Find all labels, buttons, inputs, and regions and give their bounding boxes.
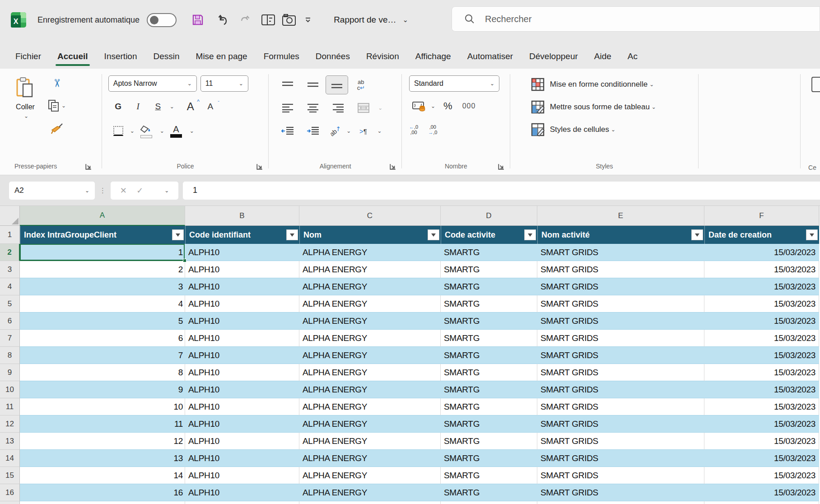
cell[interactable]: ALPH10 xyxy=(185,484,299,501)
excel-logo-icon[interactable]: X xyxy=(11,12,26,28)
cell[interactable]: ALPH10 xyxy=(185,398,299,415)
column-header-A[interactable]: A xyxy=(20,206,185,226)
cell[interactable]: ALPHA ENERGY xyxy=(299,295,441,313)
cell[interactable]: SMART GRIDS xyxy=(537,347,704,364)
autosave-toggle[interactable] xyxy=(147,13,177,27)
row-header-partial[interactable] xyxy=(0,501,20,504)
formula-input[interactable]: 1 xyxy=(183,182,820,200)
cell[interactable]: SMARTG xyxy=(441,295,537,313)
paste-button[interactable]: Coller ⌄ xyxy=(11,77,40,175)
cell[interactable]: SMARTG xyxy=(441,381,537,398)
fill-color-chevron-icon[interactable]: ⌄ xyxy=(160,128,164,134)
cell[interactable]: ALPHA ENERGY xyxy=(299,364,441,381)
name-box-chevron-icon[interactable]: ⌄ xyxy=(85,187,89,194)
comma-style-button[interactable]: 000 xyxy=(462,102,476,110)
cell[interactable]: 7 xyxy=(20,347,185,364)
cell[interactable]: SMART GRIDS xyxy=(537,244,704,261)
tab-formules[interactable]: Formules xyxy=(257,51,306,69)
document-title-chevron-icon[interactable]: ⌄ xyxy=(402,16,408,24)
cell[interactable]: 2 xyxy=(20,261,185,278)
percent-style-button[interactable]: % xyxy=(443,100,452,112)
cell[interactable]: 9 xyxy=(20,381,185,398)
column-header-B[interactable]: B xyxy=(185,206,299,226)
filter-dropdown-icon[interactable] xyxy=(287,230,298,240)
row-header-2[interactable]: 2 xyxy=(0,244,20,261)
cell[interactable]: SMART GRIDS xyxy=(537,278,704,295)
row-header-3[interactable]: 3 xyxy=(0,261,20,278)
tab-accueil[interactable]: Accueil xyxy=(51,51,94,69)
cell[interactable]: SMART GRIDS xyxy=(537,433,704,450)
column-header-E[interactable]: E xyxy=(537,206,704,226)
tab-affichage[interactable]: Affichage xyxy=(409,51,457,69)
cell[interactable]: SMARTG xyxy=(441,347,537,364)
cell[interactable] xyxy=(20,501,185,504)
cell[interactable]: ALPH10 xyxy=(185,450,299,467)
cell[interactable]: SMART GRIDS xyxy=(537,415,704,433)
table-header-cell[interactable]: Nom activité xyxy=(537,226,704,244)
cell[interactable]: 15/03/2023 xyxy=(704,433,819,450)
row-header-8[interactable]: 8 xyxy=(0,347,20,364)
cell[interactable]: ALPH10 xyxy=(185,330,299,347)
name-box[interactable]: A2 ⌄ xyxy=(9,182,95,200)
filter-dropdown-icon[interactable] xyxy=(525,230,536,240)
ribbon-display-icon[interactable] xyxy=(261,12,276,28)
table-header-cell[interactable]: Nom xyxy=(299,226,441,244)
cell[interactable]: 8 xyxy=(20,364,185,381)
cell[interactable]: 6 xyxy=(20,330,185,347)
cell[interactable]: SMARTG xyxy=(441,467,537,484)
cell[interactable]: SMARTG xyxy=(441,398,537,415)
cell[interactable]: ALPHA ENERGY xyxy=(299,450,441,467)
cell[interactable]: SMARTG xyxy=(441,450,537,467)
cell[interactable]: 11 xyxy=(20,415,185,433)
cell[interactable]: 3 xyxy=(20,278,185,295)
cell[interactable]: SMARTG xyxy=(441,330,537,347)
cell[interactable]: 15/03/2023 xyxy=(704,467,819,484)
insert-cells-icon[interactable] xyxy=(811,77,820,92)
cell[interactable]: 10 xyxy=(20,398,185,415)
row-header-5[interactable]: 5 xyxy=(0,295,20,313)
tab-fichier[interactable]: Fichier xyxy=(9,51,47,69)
text-direction-button[interactable]: >¶ xyxy=(351,127,375,135)
document-title[interactable]: Rapport de ve… xyxy=(334,15,396,25)
column-header-C[interactable]: C xyxy=(299,206,441,226)
save-icon[interactable] xyxy=(190,12,205,28)
borders-chevron-icon[interactable]: ⌄ xyxy=(130,128,135,134)
row-header-7[interactable]: 7 xyxy=(0,330,20,347)
cell[interactable]: ALPHA ENERGY xyxy=(299,398,441,415)
cell[interactable]: 15/03/2023 xyxy=(704,398,819,415)
cell[interactable]: SMARTG xyxy=(441,278,537,295)
paste-chevron-icon[interactable]: ⌄ xyxy=(24,113,28,119)
cell[interactable]: ALPH10 xyxy=(185,415,299,433)
cell[interactable] xyxy=(537,501,704,504)
cell[interactable]: SMARTG xyxy=(441,261,537,278)
cell[interactable]: 5 xyxy=(20,313,185,330)
font-color-button[interactable]: A xyxy=(164,125,188,138)
wrap-text-button[interactable]: abc↵ xyxy=(348,79,373,91)
tab-développeur[interactable]: Développeur xyxy=(523,51,584,69)
cell[interactable]: ALPH10 xyxy=(185,313,299,330)
copy-chevron-icon[interactable]: ⌄ xyxy=(61,103,66,109)
bold-button[interactable]: G xyxy=(108,102,128,112)
tab-révision[interactable]: Révision xyxy=(360,51,405,69)
align-center-button[interactable] xyxy=(300,103,326,112)
cell[interactable]: SMARTG xyxy=(441,415,537,433)
cell[interactable]: 15/03/2023 xyxy=(704,450,819,467)
select-all-button[interactable] xyxy=(0,206,20,226)
orientation-chevron-icon[interactable]: ⌄ xyxy=(346,128,351,134)
tab-dessin[interactable]: Dessin xyxy=(147,51,186,69)
orientation-button[interactable]: ab↗ xyxy=(326,127,345,135)
conditional-formatting-button[interactable]: Mise en forme conditionnelle ⌄ xyxy=(531,73,699,96)
borders-button[interactable] xyxy=(108,126,128,136)
filter-dropdown-icon[interactable] xyxy=(428,230,439,240)
font-dialog-launcher-icon[interactable] xyxy=(256,163,263,170)
tab-aide[interactable]: Aide xyxy=(588,51,618,69)
cell[interactable]: ALPHA ENERGY xyxy=(299,347,441,364)
row-header-12[interactable]: 12 xyxy=(0,415,20,433)
fx-chevron-icon[interactable]: ⌄ xyxy=(164,187,169,194)
cell[interactable]: SMART GRIDS xyxy=(537,450,704,467)
format-painter-button[interactable] xyxy=(48,119,66,137)
row-header-4[interactable]: 4 xyxy=(0,278,20,295)
cell[interactable]: ALPHA ENERGY xyxy=(299,261,441,278)
align-top-button[interactable] xyxy=(275,81,300,89)
cell[interactable]: SMARTG xyxy=(441,433,537,450)
